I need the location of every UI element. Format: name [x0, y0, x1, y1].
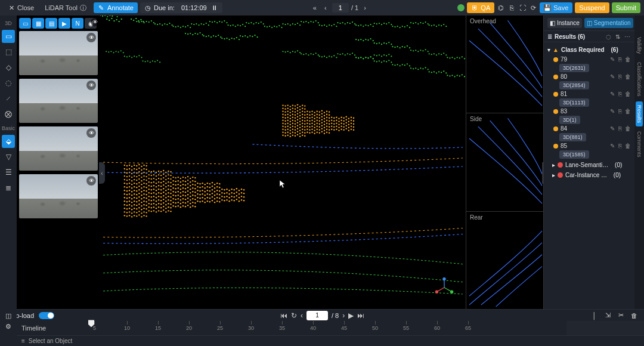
- result-item[interactable]: 84 ✎ ⎘ 🗑: [547, 124, 631, 133]
- more-icon[interactable]: ⋯: [624, 33, 631, 40]
- view-side[interactable]: Side ›: [466, 113, 543, 211]
- tool-filter[interactable]: ▽: [2, 150, 15, 163]
- next-frame-icon[interactable]: ›: [342, 311, 345, 320]
- collapse-thumbnails-handle[interactable]: ‹: [99, 162, 105, 184]
- thumb-tool-5[interactable]: N: [72, 18, 83, 29]
- link-icon[interactable]: ⎘: [617, 108, 623, 115]
- eye-icon[interactable]: 👁: [86, 128, 96, 138]
- camera-thumbnail[interactable]: 👁: [19, 31, 98, 75]
- tool-lasso[interactable]: ◌: [2, 76, 15, 89]
- thumb-tool-1[interactable]: ▭: [19, 18, 31, 29]
- link-icon[interactable]: ⎘: [617, 73, 623, 80]
- submit-button[interactable]: Submit: [612, 2, 640, 13]
- camera-thumbnail[interactable]: 👁: [19, 79, 98, 123]
- info-icon[interactable]: ⓘ: [80, 4, 87, 11]
- select-object-label[interactable]: Select an Object: [29, 338, 72, 344]
- trash-icon[interactable]: 🗑: [624, 73, 631, 80]
- tool-settings[interactable]: ≣: [2, 181, 15, 194]
- tool-select[interactable]: ⬙: [2, 135, 15, 148]
- edit-icon[interactable]: ✎: [609, 125, 615, 132]
- next-page-icon[interactable]: ›: [361, 4, 369, 12]
- link-icon[interactable]: ⎘: [617, 125, 623, 132]
- result-item[interactable]: 83 ✎ ⎘ 🗑: [547, 107, 631, 116]
- skip-forward-icon[interactable]: ⏭: [357, 311, 364, 320]
- qa-button[interactable]: ⛨ QA: [467, 2, 494, 13]
- tab-segmentation[interactable]: ◫ Segmentation: [584, 18, 633, 28]
- annotate-button[interactable]: ✎ Annotate: [94, 2, 138, 13]
- info-icon[interactable]: ◌: [605, 33, 612, 40]
- thumbnails-visibility-toggle[interactable]: 👁: [91, 18, 99, 26]
- result-item[interactable]: 80 ✎ ⎘ 🗑: [547, 72, 631, 81]
- result-group[interactable]: ▸ Car-Instance … (0): [544, 170, 634, 180]
- svg-rect-9: [135, 18, 137, 19]
- camera-thumbnail[interactable]: 👁: [19, 174, 98, 218]
- view-rear[interactable]: Rear: [466, 212, 543, 309]
- pause-icon[interactable]: ⏸: [211, 4, 218, 11]
- trash-icon[interactable]: 🗑: [624, 143, 631, 149]
- trash-icon[interactable]: 🗑: [624, 91, 631, 97]
- tool-brush[interactable]: ⟋: [2, 92, 15, 105]
- tool-remove[interactable]: ⨂: [2, 107, 15, 121]
- thumb-tool-4[interactable]: ▶: [58, 18, 70, 29]
- rail-tab-results[interactable]: Results: [636, 101, 643, 126]
- thumb-tool-2[interactable]: ▦: [32, 18, 44, 29]
- sort-icon[interactable]: ⇅: [614, 33, 621, 40]
- result-sub: 3D(881): [559, 133, 586, 141]
- loop-icon[interactable]: ↻: [291, 311, 297, 320]
- rail-tab-comments[interactable]: Comments: [636, 128, 643, 161]
- tab-instance[interactable]: ◧ Instance: [547, 18, 582, 28]
- edit-icon[interactable]: ✎: [609, 143, 615, 149]
- prev-frame-icon[interactable]: ‹: [301, 311, 303, 320]
- eye-icon[interactable]: 👁: [86, 176, 96, 186]
- result-item[interactable]: 85 ✎ ⎘ 🗑: [547, 141, 631, 150]
- bug-icon[interactable]: ⌬: [497, 4, 505, 12]
- skip-back-icon[interactable]: ⏮: [280, 311, 287, 320]
- edit-icon[interactable]: ✎: [609, 73, 615, 80]
- trash-icon[interactable]: 🗑: [624, 108, 631, 115]
- split-icon[interactable]: ⇲: [603, 311, 612, 320]
- collapse-sideviews-handle[interactable]: ›: [542, 162, 543, 184]
- view-overhead[interactable]: Overhead: [466, 16, 543, 113]
- rail-tab-classifications[interactable]: Classifications: [636, 58, 643, 100]
- result-group[interactable]: ▸ Lane-Semanti… (0): [544, 160, 634, 170]
- suspend-button[interactable]: Suspend: [575, 2, 609, 13]
- edit-icon[interactable]: ✎: [609, 91, 615, 97]
- frame-input[interactable]: [306, 311, 328, 320]
- page-input[interactable]: [332, 3, 349, 13]
- refresh-icon[interactable]: ⟳: [529, 4, 537, 12]
- view-main-3d[interactable]: [100, 16, 466, 309]
- rail-tab-validity[interactable]: Validity: [636, 33, 643, 57]
- autoload-toggle[interactable]: [39, 312, 54, 319]
- trash-icon[interactable]: 🗑: [624, 125, 631, 132]
- section-class-required[interactable]: ▾ ▲ Class Required (6): [547, 45, 631, 55]
- play-icon[interactable]: ▶: [348, 311, 354, 320]
- camera-thumbnail[interactable]: 👁: [19, 126, 98, 171]
- result-item[interactable]: 79 ✎ ⎘ 🗑: [547, 55, 631, 64]
- eye-icon[interactable]: 👁: [86, 33, 96, 42]
- eye-icon[interactable]: 👁: [86, 81, 96, 90]
- edit-icon[interactable]: ✎: [609, 108, 615, 115]
- timeline-collapse-icon[interactable]: ◫: [4, 311, 13, 320]
- link-icon[interactable]: ⎘: [617, 143, 623, 149]
- link-icon[interactable]: ⎘: [617, 56, 623, 63]
- result-item[interactable]: 81 ✎ ⎘ 🗑: [547, 89, 631, 98]
- first-page-icon[interactable]: «: [311, 4, 319, 12]
- edit-icon[interactable]: ✎: [609, 56, 615, 63]
- link-icon[interactable]: ⎘: [617, 91, 623, 97]
- delete-icon[interactable]: 🗑: [630, 311, 638, 320]
- tool-cuboid[interactable]: ⬚: [2, 45, 15, 58]
- tool-layers[interactable]: ☰: [2, 166, 15, 179]
- timeline-settings-icon[interactable]: ⚙: [4, 322, 13, 330]
- menu-icon[interactable]: ≡: [21, 338, 25, 344]
- fullscreen-icon[interactable]: ⛶: [518, 4, 527, 12]
- prev-page-icon[interactable]: ‹: [321, 4, 330, 12]
- thumb-tool-3[interactable]: ▤: [45, 18, 57, 29]
- tool-pointer[interactable]: ▭: [2, 30, 15, 43]
- close-button[interactable]: ✕ Close: [4, 2, 38, 13]
- cut-icon[interactable]: ✂: [617, 311, 625, 320]
- save-button[interactable]: 💾 Save: [540, 2, 572, 13]
- trash-icon[interactable]: 🗑: [624, 56, 631, 63]
- timeline-ruler[interactable]: 5101520253035404550556065: [81, 321, 638, 335]
- help-icon[interactable]: ⎘: [507, 4, 516, 12]
- tool-polygon[interactable]: ◇: [2, 61, 15, 74]
